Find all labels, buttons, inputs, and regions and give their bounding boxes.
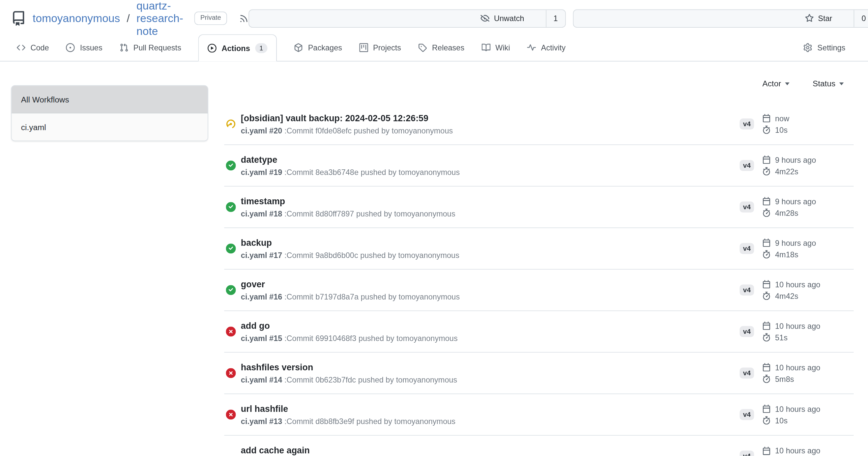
failure-x-icon bbox=[226, 327, 236, 336]
github-actions-page: tomoyanonymous / quartz-research-note Pr… bbox=[0, 0, 868, 456]
run-start-time: 10 hours ago bbox=[762, 280, 854, 289]
branch-badge[interactable]: v4 bbox=[740, 326, 754, 337]
tab-actions[interactable]: Actions 1 bbox=[198, 34, 277, 61]
star-button[interactable]: Star 0 bbox=[573, 9, 868, 27]
workflow-run-list: [obsidian] vault backup: 2024-02-05 12:2… bbox=[224, 103, 854, 456]
chevron-down-icon bbox=[839, 82, 844, 85]
run-title-link[interactable]: url hashfile bbox=[241, 403, 456, 415]
unwatch-button[interactable]: Unwatch 1 bbox=[249, 9, 565, 27]
sidebar-item-ci-yaml[interactable]: ci.yaml bbox=[11, 113, 208, 140]
star-button-main[interactable]: Star bbox=[798, 9, 839, 27]
run-title-link[interactable]: add cache again bbox=[241, 445, 310, 456]
run-duration: 10s bbox=[762, 126, 854, 134]
run-title-link[interactable]: [obsidian] vault backup: 2024-02-05 12:2… bbox=[241, 113, 453, 124]
run-summary: add go ci.yaml #15:Commit 69910468f3 pus… bbox=[241, 320, 458, 343]
gear-icon bbox=[803, 43, 812, 52]
branch-badge[interactable]: v4 bbox=[740, 243, 754, 254]
run-time-block: 10 hours ago 10s bbox=[762, 404, 854, 425]
visibility-badge: Private bbox=[194, 12, 227, 25]
run-workflow-ref[interactable]: ci.yaml #20 bbox=[241, 126, 282, 135]
run-title-link[interactable]: hashfiles version bbox=[241, 362, 457, 373]
run-workflow-ref[interactable]: ci.yaml #13 bbox=[241, 417, 282, 425]
stopwatch-icon bbox=[762, 374, 771, 383]
tab-packages[interactable]: Packages bbox=[294, 34, 342, 61]
unwatch-button-main[interactable]: Unwatch bbox=[473, 9, 531, 27]
run-workflow-ref[interactable]: ci.yaml #19 bbox=[241, 167, 282, 176]
tab-code-label: Code bbox=[30, 43, 49, 52]
calendar-icon bbox=[762, 322, 771, 330]
book-icon bbox=[482, 43, 490, 52]
branch-badge[interactable]: v4 bbox=[740, 160, 754, 171]
stopwatch-icon bbox=[762, 333, 771, 341]
run-duration: 4m28s bbox=[762, 208, 854, 218]
run-title-link[interactable]: backup bbox=[241, 237, 459, 249]
calendar-icon bbox=[762, 197, 771, 205]
repo-icon bbox=[11, 11, 26, 26]
run-workflow-ref[interactable]: ci.yaml #16 bbox=[241, 292, 282, 301]
run-title-link[interactable]: datetype bbox=[241, 154, 460, 165]
run-meta: v4 9 hours ago 4m18s bbox=[740, 238, 854, 259]
calendar-icon bbox=[762, 280, 771, 288]
branch-badge[interactable]: v4 bbox=[740, 202, 754, 213]
pull-request-icon bbox=[120, 43, 128, 52]
run-workflow-ref[interactable]: ci.yaml #18 bbox=[241, 209, 282, 218]
failure-x-icon bbox=[226, 410, 236, 419]
run-workflow-ref[interactable]: ci.yaml #14 bbox=[241, 375, 282, 384]
run-workflow-ref[interactable]: ci.yaml #17 bbox=[241, 251, 282, 259]
run-summary: backup ci.yaml #17:Commit 9a8bd6b00c pus… bbox=[241, 237, 459, 260]
run-workflow-ref[interactable]: ci.yaml #15 bbox=[241, 333, 282, 342]
run-title-link[interactable]: timestamp bbox=[241, 196, 456, 207]
unwatch-label: Unwatch bbox=[494, 14, 524, 23]
feed-icon bbox=[239, 13, 249, 23]
calendar-icon bbox=[762, 238, 771, 247]
repo-action-buttons: Unwatch 1 Star 0 Fork 0 bbox=[249, 9, 868, 27]
actions-content: All Workflows ci.yaml Actor Status bbox=[0, 76, 868, 456]
branch-badge[interactable]: v4 bbox=[740, 409, 754, 420]
run-title-link[interactable]: add go bbox=[241, 320, 458, 331]
success-check-icon bbox=[226, 243, 236, 253]
run-meta: v4 9 hours ago 4m28s bbox=[740, 197, 854, 217]
tab-code[interactable]: Code bbox=[17, 34, 49, 61]
stopwatch-icon bbox=[762, 250, 771, 258]
tab-wiki-label: Wiki bbox=[495, 43, 510, 52]
run-subtitle: ci.yaml #13:Commit d8b8fb3e9f pushed by … bbox=[241, 416, 456, 426]
run-meta: v4 10 hours ago 4m42s bbox=[740, 280, 854, 300]
run-time-text: 10 hours ago bbox=[775, 446, 820, 455]
status-filter-dropdown[interactable]: Status bbox=[813, 79, 844, 88]
run-start-time: now bbox=[762, 114, 854, 123]
run-subtitle: ci.yaml #16:Commit b7197d8a7a pushed by … bbox=[241, 292, 460, 301]
branch-badge[interactable]: v4 bbox=[740, 285, 754, 296]
branch-badge[interactable]: v4 bbox=[740, 119, 754, 130]
run-meta: v4 10 hours ago 5m8s bbox=[740, 363, 854, 383]
issue-opened-icon bbox=[66, 43, 75, 52]
pulse-icon bbox=[527, 43, 536, 52]
tab-settings[interactable]: Settings bbox=[803, 34, 845, 61]
run-start-time: 10 hours ago bbox=[762, 363, 854, 372]
tab-releases[interactable]: Releases bbox=[418, 34, 464, 61]
run-meta: v4 10 hours ago bbox=[740, 446, 854, 456]
watchers-count[interactable]: 1 bbox=[546, 9, 565, 27]
tab-activity-label: Activity bbox=[541, 43, 565, 52]
repo-owner-link[interactable]: tomoyanonymous bbox=[33, 12, 120, 25]
run-commit-desc: :Commit d8b8fb3e9f pushed by tomoyanonym… bbox=[284, 417, 456, 425]
eye-closed-icon bbox=[481, 14, 490, 23]
sidebar-item-all-workflows[interactable]: All Workflows bbox=[11, 86, 208, 113]
star-label: Star bbox=[818, 14, 832, 23]
tab-pull-requests[interactable]: Pull Requests bbox=[120, 34, 181, 61]
tab-issues[interactable]: Issues bbox=[66, 34, 102, 61]
run-subtitle: ci.yaml #18:Commit 8d80ff7897 pushed by … bbox=[241, 208, 456, 219]
tab-activity[interactable]: Activity bbox=[527, 34, 565, 61]
branch-badge[interactable]: v4 bbox=[740, 368, 754, 379]
tab-projects[interactable]: Projects bbox=[359, 34, 401, 61]
repo-name-link[interactable]: quartz-research-note bbox=[136, 0, 183, 37]
run-time-text: 10 hours ago bbox=[775, 363, 820, 372]
actor-filter-dropdown[interactable]: Actor bbox=[762, 79, 789, 88]
run-time-text: 9 hours ago bbox=[775, 155, 816, 164]
stars-count[interactable]: 0 bbox=[854, 9, 868, 27]
success-check-icon bbox=[226, 160, 236, 170]
branch-badge[interactable]: v4 bbox=[740, 451, 754, 456]
run-title-link[interactable]: gover bbox=[241, 279, 460, 290]
actions-count-badge: 1 bbox=[255, 43, 268, 53]
tab-wiki[interactable]: Wiki bbox=[482, 34, 510, 61]
run-status-icon bbox=[226, 160, 236, 170]
